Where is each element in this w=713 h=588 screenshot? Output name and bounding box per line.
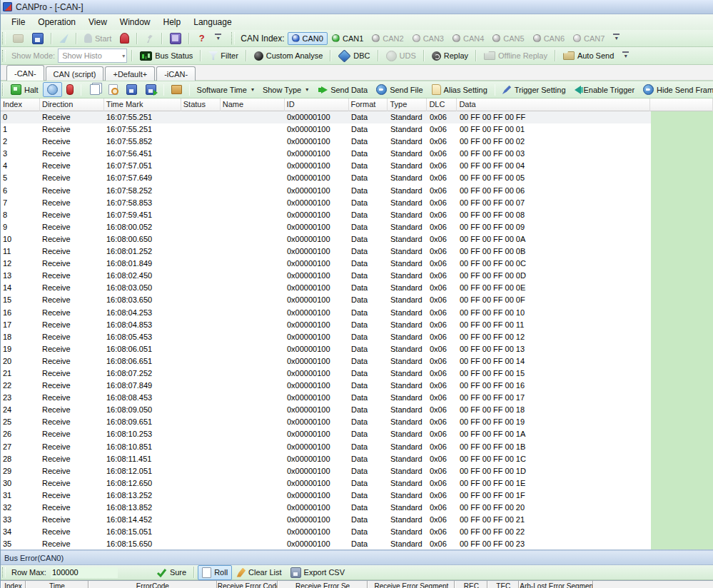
help-button[interactable]: ? <box>193 31 211 46</box>
custom-analyse-button[interactable]: Custom Analyse <box>250 49 327 63</box>
mode-overflow-button[interactable]: ▾ <box>618 49 633 63</box>
toolbar-grip[interactable] <box>2 32 6 44</box>
tab-can-script[interactable]: CAN (script) <box>46 66 104 81</box>
table-row[interactable]: 10Receive16:08:00.6500x00000100DataStand… <box>1 233 713 245</box>
tab-ican[interactable]: -iCAN- <box>156 66 196 81</box>
filter-button[interactable]: Filter <box>204 49 242 62</box>
table-row[interactable]: 28Receive16:08:11.4510x00000100DataStand… <box>1 453 713 465</box>
send-file-button[interactable]: Send File <box>372 82 427 97</box>
error-column-header-time[interactable]: Time <box>26 581 89 588</box>
table-row[interactable]: 14Receive16:08:03.0500x00000100DataStand… <box>1 282 713 294</box>
error-column-header-receive-error-code[interactable]: Receive Error Code <box>217 581 278 588</box>
toolbar-overflow-button[interactable]: ▾ <box>211 31 226 45</box>
table-row[interactable]: 25Receive16:08:09.6510x00000100DataStand… <box>1 416 713 428</box>
auto-send-button[interactable]: Auto Send <box>559 49 618 62</box>
error-column-header-receive-error-se[interactable]: Receive Error Se <box>278 581 368 588</box>
table-row[interactable]: 20Receive16:08:06.6510x00000100DataStand… <box>1 355 713 368</box>
table-row[interactable]: 5Receive16:07:57.6490x00000100DataStanda… <box>1 172 713 184</box>
enable-trigger-button[interactable]: Enable Trigger <box>570 83 639 96</box>
toolbar-grip[interactable] <box>2 83 4 95</box>
table-row[interactable]: 19Receive16:08:06.0510x00000100DataStand… <box>1 343 713 355</box>
column-header-name[interactable]: Name <box>221 98 285 111</box>
column-header-type[interactable]: Type <box>388 98 427 111</box>
table-row[interactable]: 17Receive16:08:04.8530x00000100DataStand… <box>1 319 713 331</box>
replay-button[interactable]: Replay <box>428 49 472 63</box>
table-row[interactable]: 31Receive16:08:13.2520x00000100DataStand… <box>1 490 713 502</box>
table-row[interactable]: 29Receive16:08:12.0510x00000100DataStand… <box>1 465 713 477</box>
error-column-header-errorcode[interactable]: ErrorCode <box>89 581 217 588</box>
table-row[interactable]: 27Receive16:08:10.8510x00000100DataStand… <box>1 441 713 453</box>
halt-button[interactable]: Halt <box>6 82 43 97</box>
error-column-header-arb-lost-error-segment[interactable]: Arb-Lost Error Segment <box>519 581 593 588</box>
show-type-button[interactable]: Show Type▾ <box>258 83 313 96</box>
table-row[interactable]: 2Receive16:07:55.8520x00000100DataStanda… <box>1 136 713 148</box>
table-row[interactable]: 6Receive16:07:58.2520x00000100DataStanda… <box>1 185 713 197</box>
table-row[interactable]: 8Receive16:07:59.4510x00000100DataStanda… <box>1 209 713 221</box>
table-row[interactable]: 3Receive16:07:56.4510x00000100DataStanda… <box>1 148 713 160</box>
menu-item-help[interactable]: Help <box>157 16 188 29</box>
library-button[interactable] <box>166 31 186 46</box>
send-data-button[interactable]: Send Data <box>313 83 372 96</box>
error-column-header-tec[interactable]: TEC <box>487 581 519 588</box>
column-header-index[interactable]: Index <box>1 98 40 111</box>
table-row[interactable]: 23Receive16:08:08.4530x00000100DataStand… <box>1 392 713 404</box>
clear-list-button[interactable]: Clear List <box>232 566 285 579</box>
package-button[interactable] <box>167 83 186 96</box>
table-row[interactable]: 26Receive16:08:10.2530x00000100DataStand… <box>1 428 713 440</box>
save-button[interactable] <box>28 31 48 46</box>
table-row[interactable]: 11Receive16:08:01.2520x00000100DataStand… <box>1 245 713 258</box>
software-time-button[interactable]: Software Time▾ <box>193 83 258 96</box>
save-run-button[interactable] <box>141 82 161 97</box>
error-column-header-rec[interactable]: REC <box>455 581 487 588</box>
roll-toggle-button[interactable]: Roll <box>198 565 232 580</box>
save-list-button[interactable] <box>122 82 141 97</box>
toolbar-grip[interactable] <box>231 32 235 44</box>
trigger-setting-button[interactable]: Trigger Setting <box>498 83 570 96</box>
column-header-time-mark[interactable]: Time Mark <box>104 98 181 111</box>
error-column-header-receive-error-segment[interactable]: Receive Error Segment <box>368 581 455 588</box>
copy-button[interactable] <box>84 82 104 97</box>
table-row[interactable]: 4Receive16:07:57.0510x00000100DataStanda… <box>1 160 713 172</box>
dbc-button[interactable]: DBC <box>334 49 374 63</box>
menu-item-language[interactable]: Language <box>187 16 238 29</box>
can-channel-can0[interactable]: CAN0 <box>288 32 328 45</box>
show-mode-select[interactable]: Show Histo▾ <box>58 49 127 63</box>
table-row[interactable]: 32Receive16:08:13.8520x00000100DataStand… <box>1 502 713 514</box>
table-row[interactable]: 16Receive16:08:04.2530x00000100DataStand… <box>1 307 713 319</box>
alias-setting-button[interactable]: Alias Setting <box>428 82 492 97</box>
record-button[interactable] <box>62 82 78 97</box>
row-max-input[interactable] <box>51 567 118 578</box>
can-channel-can1[interactable]: CAN1 <box>328 32 368 45</box>
find-button[interactable] <box>104 82 122 97</box>
table-row[interactable]: 7Receive16:07:58.8530x00000100DataStanda… <box>1 197 713 209</box>
table-row[interactable]: 1Receive16:07:55.2510x00000100DataStanda… <box>1 123 713 136</box>
toolbar-grip[interactable] <box>2 567 6 577</box>
column-header-format[interactable]: Format <box>349 98 388 111</box>
menu-item-operation[interactable]: Operation <box>31 16 82 29</box>
column-header-data[interactable]: Data <box>457 98 650 111</box>
menu-item-view[interactable]: View <box>82 16 113 29</box>
table-row[interactable]: 34Receive16:08:15.0510x00000100DataStand… <box>1 526 713 538</box>
table-row[interactable]: 13Receive16:08:02.4500x00000100DataStand… <box>1 270 713 282</box>
table-row[interactable]: 0Receive16:07:55.2510x00000100DataStanda… <box>1 111 713 123</box>
table-row[interactable]: 18Receive16:08:05.4530x00000100DataStand… <box>1 331 713 343</box>
stop-button[interactable] <box>116 31 133 46</box>
can-overflow-button[interactable]: ▾ <box>609 31 624 45</box>
bus-status-button[interactable]: Bus Status <box>136 49 197 63</box>
tab-default[interactable]: +Default+ <box>105 66 155 81</box>
column-header-direction[interactable]: Direction <box>40 98 104 111</box>
hide-send-frame-button[interactable]: Hide Send Frame <box>639 82 713 97</box>
table-row[interactable]: 33Receive16:08:14.4520x00000100DataStand… <box>1 514 713 526</box>
menu-item-window[interactable]: Window <box>113 16 157 29</box>
table-row[interactable]: 15Receive16:08:03.6500x00000100DataStand… <box>1 294 713 306</box>
table-row[interactable]: 30Receive16:08:12.6500x00000100DataStand… <box>1 477 713 490</box>
table-row[interactable]: 24Receive16:08:09.0500x00000100DataStand… <box>1 404 713 416</box>
column-header-status[interactable]: Status <box>181 98 221 111</box>
column-header-id[interactable]: ID <box>285 98 349 111</box>
export-csv-button[interactable]: Export CSV <box>286 565 349 580</box>
table-row[interactable]: 9Receive16:08:00.0520x00000100DataStanda… <box>1 221 713 233</box>
table-row[interactable]: 12Receive16:08:01.8490x00000100DataStand… <box>1 258 713 270</box>
table-row[interactable]: 35Receive16:08:15.6500x00000100DataStand… <box>1 538 713 549</box>
tab-can[interactable]: -CAN- <box>6 65 44 81</box>
menu-item-file[interactable]: File <box>5 16 31 29</box>
